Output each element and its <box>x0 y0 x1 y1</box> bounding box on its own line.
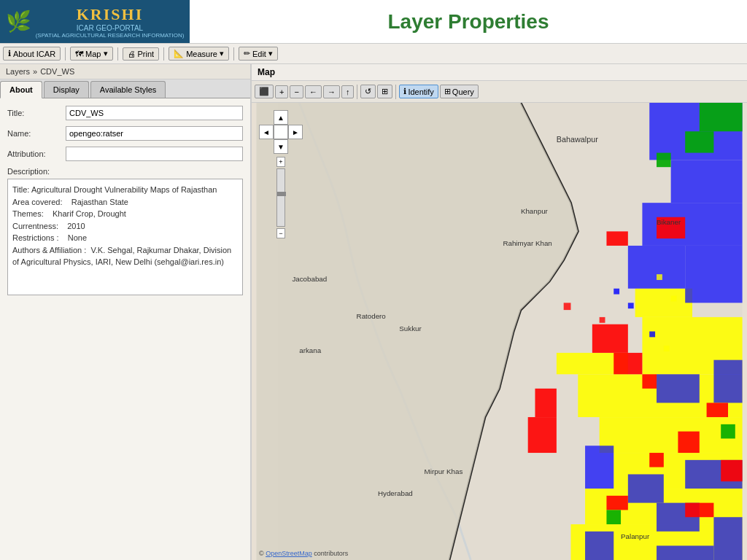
svg-text:Khanpur: Khanpur <box>521 207 549 215</box>
krishi-title: KRISHI <box>36 5 185 24</box>
svg-text:Rahimyar Khan: Rahimyar Khan <box>503 239 551 247</box>
zoom-out-icon: − <box>294 88 298 96</box>
zoom-out-nav-button[interactable]: − <box>276 228 285 238</box>
zoom-extent-icon: ⬛ <box>259 87 269 96</box>
about-icar-button[interactable]: ℹ About ICAR <box>3 47 61 61</box>
map-button[interactable]: 🗺 Map ▾ <box>70 47 112 61</box>
breadcrumb-current: CDV_WS <box>40 67 74 76</box>
name-row: Name: <box>7 126 243 141</box>
svg-rect-14 <box>685 246 742 303</box>
svg-rect-15 <box>657 374 700 402</box>
nav-down-button[interactable]: ▼ <box>274 139 288 154</box>
tab-bar: About Display Available Styles <box>0 79 250 98</box>
refresh-button[interactable]: ↺ <box>360 85 376 98</box>
tab-display[interactable]: Display <box>44 81 89 98</box>
map-toolbar: ⬛ + − ← → ↑ ↺ ⊞ <box>252 81 747 103</box>
measure-dropdown-icon: ▾ <box>220 49 224 58</box>
map-toolbar-sep-2 <box>395 85 396 99</box>
print-button[interactable]: 🖨 Print <box>123 47 160 61</box>
svg-rect-32 <box>678 432 699 453</box>
breadcrumb-layers: Layers <box>6 67 30 76</box>
leaf-icon: 🌿 <box>6 9 31 34</box>
query-icon: ⊞ <box>444 87 451 96</box>
tab-available-styles[interactable]: Available Styles <box>90 81 166 98</box>
nav-down-row: ▼ <box>259 139 303 154</box>
attribution-label: Attribution: <box>7 149 66 158</box>
openstreetmap-link[interactable]: OpenStreetMap <box>266 550 312 557</box>
svg-rect-40 <box>606 510 621 524</box>
tab-about[interactable]: About <box>0 81 42 98</box>
svg-rect-26 <box>592 324 628 353</box>
icar-subtitle: ICAR GEO-PORTAL <box>36 24 185 32</box>
nav-up-button[interactable]: ▲ <box>274 110 288 125</box>
svg-rect-42 <box>614 289 619 295</box>
zoom-extent-button[interactable]: ⬛ <box>255 85 274 98</box>
title-row: Title: <box>7 106 243 120</box>
svg-text:Sukkur: Sukkur <box>399 325 422 333</box>
map-icon: 🗺 <box>75 50 83 58</box>
svg-rect-11 <box>671 160 743 203</box>
nav-left-button[interactable]: ◄ <box>259 125 274 139</box>
map-copyright: © OpenStreetMap contributors <box>259 550 348 557</box>
svg-text:Ratodero: Ratodero <box>357 312 387 320</box>
name-input[interactable] <box>66 126 243 141</box>
measure-button[interactable]: 📐 Measure ▾ <box>169 47 229 61</box>
main-layout: Layers » CDV_WS About Display Available … <box>0 64 747 560</box>
pan-right-icon: → <box>328 88 336 96</box>
pan-left-button[interactable]: ← <box>305 85 322 98</box>
toolbar-separator-3 <box>163 47 164 61</box>
title-input[interactable] <box>66 106 243 120</box>
svg-rect-30 <box>642 374 657 389</box>
svg-rect-31 <box>707 402 728 417</box>
zoom-out-button[interactable]: − <box>290 85 303 98</box>
query-button[interactable]: ⊞ Query <box>440 85 479 98</box>
zoom-handle[interactable] <box>277 192 286 196</box>
svg-rect-41 <box>721 424 735 439</box>
pan-right-button[interactable]: → <box>323 85 340 98</box>
grid-button[interactable]: ⊞ <box>377 85 392 98</box>
svg-text:arkana: arkana <box>299 346 321 354</box>
svg-rect-21 <box>713 517 742 560</box>
pan-up-button[interactable]: ↑ <box>341 85 355 98</box>
edit-button[interactable]: ✏ Edit ▾ <box>239 47 278 61</box>
svg-rect-36 <box>721 460 742 481</box>
left-panel: Layers » CDV_WS About Display Available … <box>0 64 252 560</box>
svg-text:Hyderabad: Hyderabad <box>378 489 413 497</box>
svg-text:Jacobabad: Jacobabad <box>292 275 327 283</box>
zoom-slider[interactable] <box>276 168 285 227</box>
svg-rect-37 <box>700 103 743 131</box>
svg-rect-17 <box>585 446 614 489</box>
identify-button[interactable]: ℹ Identify <box>399 85 438 98</box>
svg-rect-39 <box>657 153 671 168</box>
map-dropdown-icon: ▾ <box>104 49 108 58</box>
toolbar-separator-2 <box>117 47 118 61</box>
svg-text:Palanpur: Palanpur <box>621 532 650 540</box>
zoom-in-nav-button[interactable]: + <box>276 157 285 167</box>
identify-icon: ℹ <box>403 87 406 96</box>
svg-text:Bikaner: Bikaner <box>657 218 681 226</box>
map-header: Map <box>252 64 747 81</box>
layer-properties-form: Title: Name: Attribution: Description: T… <box>0 98 250 560</box>
svg-rect-23 <box>657 545 713 560</box>
svg-rect-27 <box>614 353 642 374</box>
svg-rect-9 <box>635 289 692 317</box>
nav-middle-row: ◄ ► <box>259 125 303 139</box>
svg-rect-22 <box>585 532 614 560</box>
description-section: Description: Title: Agricultural Drought… <box>7 167 243 295</box>
svg-rect-49 <box>664 346 670 351</box>
logo-area: 🌿 KRISHI ICAR GEO-PORTAL (SPATIAL AGRICU… <box>0 0 190 43</box>
attribution-input[interactable] <box>66 147 243 161</box>
toolbar-separator-1 <box>65 47 66 61</box>
map-container[interactable]: ▲ ◄ ► ▼ + <box>252 103 747 560</box>
svg-rect-35 <box>685 503 713 518</box>
nav-right-button[interactable]: ► <box>288 125 303 139</box>
svg-rect-25 <box>535 389 556 417</box>
svg-rect-43 <box>628 303 634 308</box>
zoom-in-button[interactable]: + <box>275 85 288 98</box>
svg-rect-48 <box>649 332 655 338</box>
map-toolbar-sep-1 <box>357 85 357 99</box>
svg-text:Bahawalpur: Bahawalpur <box>557 135 598 144</box>
svg-text:Mirpur Khas: Mirpur Khas <box>425 467 463 475</box>
pan-left-icon: ← <box>309 88 317 96</box>
edit-icon: ✏ <box>244 49 250 58</box>
